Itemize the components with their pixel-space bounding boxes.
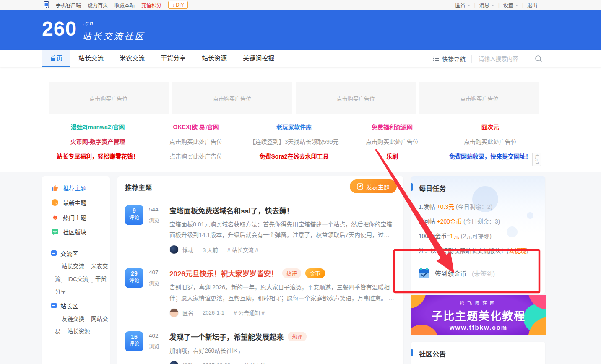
separator: |: [522, 2, 523, 8]
collapse-minus-icon[interactable]: [51, 250, 57, 256]
ad-text-link[interactable]: 免费福利资源网: [343, 119, 441, 134]
tree-child-item[interactable]: 站长资源: [61, 328, 90, 335]
topbar-link[interactable]: 设为首页: [88, 1, 108, 8]
post-title[interactable]: 2026元旦快乐！祝大家岁岁皆安！: [169, 268, 278, 278]
topbar-menu-2[interactable]: 消息: [479, 1, 494, 8]
new-post-label: 发表主题: [366, 182, 390, 191]
tree-group-header[interactable]: 站长区: [42, 299, 110, 312]
post-title[interactable]: 发现了一个新坛子，希望能发展起来: [169, 331, 284, 342]
nav-tab[interactable]: 米农交流: [112, 50, 153, 67]
tree-group-label: 站长区: [60, 302, 78, 310]
separator: |: [498, 2, 500, 8]
post-meta-row: 悸动3 天前# 站长交流 #: [169, 245, 395, 254]
nav-tab[interactable]: 站长资源: [194, 50, 235, 67]
chevron-down-icon: [515, 5, 518, 8]
withdraw-link[interactable]: 去提现: [509, 247, 526, 254]
sidebar-item-label: 社区版块: [63, 228, 86, 236]
sidebar-item[interactable]: 推荐主题: [42, 180, 110, 195]
ad-text-link[interactable]: 老玩家软件库: [245, 119, 343, 134]
ad-slot[interactable]: 点击购买广告位: [296, 82, 416, 114]
ad-text-link[interactable]: 囧次元: [441, 119, 539, 134]
diy-button[interactable]: ↓DIY: [168, 1, 188, 9]
post-date: 3 天前: [203, 246, 218, 254]
tree-child-item[interactable]: 友链交换: [55, 316, 84, 322]
diy-label: DIY: [176, 2, 184, 8]
promo-banner[interactable]: 腾飞博客网 子比主题美化教程 www.tfbkw.com: [411, 295, 546, 335]
topbar-link[interactable]: 充值积分: [141, 1, 161, 8]
tree-children: 友链交换网站交易站长资源: [55, 312, 110, 338]
decor-bubble: [507, 226, 518, 237]
post-author: 悸动: [182, 361, 193, 364]
post-row[interactable]: 29评论407浏览2026元旦快乐！祝大家岁岁皆安！热评金币告别旧岁，喜迎 20…: [117, 260, 403, 322]
ad-text-link[interactable]: 点击购买此处广告位: [147, 148, 245, 163]
nav-tab[interactable]: 站长交流: [70, 50, 112, 67]
logo-text: .cn 站长交流社区: [82, 16, 145, 42]
recommended-topics-panel: 推荐主题 发表主题 9评论544浏览宝塔面板免费送域名和ssl了，快去薅！宝塔面…: [117, 176, 403, 364]
nav-right: 快捷导航: [433, 50, 542, 67]
nav-tab[interactable]: 首页: [42, 50, 70, 67]
ad-text-link[interactable]: 免费网站收录，快来提交网址！: [441, 148, 539, 163]
ad-slot[interactable]: 点击购买广告位: [172, 82, 292, 114]
task-text: 10000金币=: [419, 233, 450, 239]
topbar-menu-4[interactable]: 退出: [527, 1, 537, 8]
task-line: 注：以上奖励仅限站长交流版块！(去提现): [411, 246, 545, 255]
sidebar-item[interactable]: 最新主题: [42, 195, 110, 210]
post-body: 发现了一个新坛子，希望能发展起来热评加油哦，看好260站长社区，悸动2025-1…: [169, 331, 395, 364]
chevron-down-icon: [491, 5, 494, 8]
nav-tab[interactable]: 关键词挖掘: [235, 50, 282, 67]
topbar-menu-1[interactable]: 匿名: [455, 1, 471, 8]
site-logo[interactable]: 260 .cn 站长交流社区: [42, 16, 145, 42]
ad-text-link[interactable]: 点击购买此处广告位: [441, 134, 539, 148]
post-excerpt: 加油哦，看好260站长社区，: [169, 346, 395, 356]
ad-text-link[interactable]: 点击购买此处广告位: [147, 134, 245, 148]
collapse-minus-icon[interactable]: [51, 303, 57, 308]
quick-nav-button[interactable]: 快捷导航: [433, 55, 466, 63]
nav-tab[interactable]: 干货分享: [153, 50, 194, 67]
ad-text-link[interactable]: 站长专属福利，轻松赚零花钱！: [49, 148, 147, 163]
post-excerpt: 告别旧岁，喜迎 2026。新的一年，愿大家日子滚烫，平安顺遂，三餐四季皆有温暖相…: [169, 282, 395, 303]
search-icon[interactable]: [535, 55, 542, 62]
topbar-link[interactable]: 收藏本站: [114, 1, 135, 8]
daily-tasks-title: 每日任务: [411, 176, 545, 198]
ad-text-link[interactable]: 火币网-数字资产管理: [49, 134, 147, 148]
sidebar-item[interactable]: 热门主题: [42, 210, 110, 224]
ad-text-link[interactable]: 乐刷: [343, 148, 441, 163]
search-input[interactable]: [478, 55, 529, 62]
topbar-link[interactable]: 手机客户端: [56, 1, 81, 8]
topbar-menu-3[interactable]: 设置: [503, 1, 518, 8]
post-body: 2026元旦快乐！祝大家岁岁皆安！热评金币告别旧岁，喜迎 2026。新的一年，愿…: [169, 268, 395, 317]
ad-text-link[interactable]: 点击购买此处广告位: [343, 134, 441, 148]
daily-tasks-panel: 每日任务 1.发帖 +0.3元 (今日剩余：2)2.回帖 +200金币 (今日剩…: [411, 176, 545, 294]
post-row[interactable]: 9评论544浏览宝塔面板免费送域名和ssl了，快去薅！宝塔面板0.01元购买域名…: [117, 197, 403, 260]
post-category[interactable]: # 站长交流 #: [227, 246, 258, 254]
post-tag-hot: 热评: [288, 332, 307, 341]
post-category[interactable]: # 公告通知 #: [234, 309, 265, 317]
ad-text-link[interactable]: OKEX(欧 易)官网: [147, 119, 245, 134]
ad-text-link[interactable]: 免费Sora2在线去水印工具: [245, 148, 343, 163]
post-row[interactable]: 16评论402浏览发现了一个新坛子，希望能发展起来热评加油哦，看好260站长社区…: [117, 323, 403, 364]
sidebar-item[interactable]: 社区版块: [42, 224, 110, 239]
post-meta-row: 匿名2026-1-1# 公告通知 #: [169, 308, 395, 317]
checkin-row[interactable]: 签到领金币 (未签到): [411, 262, 545, 284]
post-date: 2026-1-1: [203, 309, 224, 316]
sidebar-forum-tree: 交流区站长交流米农交流IDC交流干货分享站长区友链交换网站交易站长资源: [42, 246, 110, 338]
ad-slot[interactable]: 点击购买广告位: [419, 82, 539, 114]
ad-slot[interactable]: 点击购买广告位: [49, 82, 169, 114]
task-note: ): [526, 247, 528, 254]
tree-child-item[interactable]: IDC交流: [61, 276, 88, 282]
view-count: 407: [149, 269, 164, 276]
tree-child-item[interactable]: 站长交流: [55, 263, 84, 270]
post-title[interactable]: 宝塔面板免费送域名和ssl了，快去薅！: [169, 205, 294, 216]
ad-text-link[interactable]: 【连续签到】3天找站长领取599元: [245, 134, 343, 148]
quick-nav-label: 快捷导航: [442, 55, 466, 63]
post-category[interactable]: # 站长交流 #: [240, 361, 271, 364]
tree-group-header[interactable]: 交流区: [42, 246, 110, 260]
post-list: 9评论544浏览宝塔面板免费送域名和ssl了，快去薅！宝塔面板0.01元购买域名…: [117, 197, 403, 364]
avatar: [169, 245, 179, 254]
nav-tabs: 首页站长交流米农交流干货分享站长资源关键词挖掘: [42, 50, 282, 67]
ad-text-link[interactable]: 漫蛙2(manwa2)官网: [49, 119, 147, 134]
comment-count: 9: [125, 207, 143, 214]
calendar-check-icon: [419, 268, 429, 278]
post-tag-gold: 金币: [305, 268, 325, 278]
new-post-button[interactable]: 发表主题: [350, 179, 397, 193]
